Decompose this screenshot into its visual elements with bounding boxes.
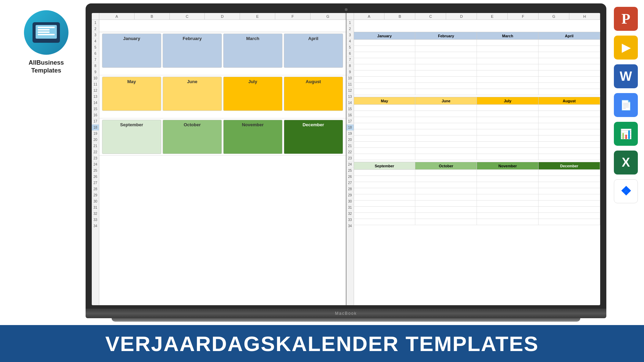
month-july: July xyxy=(223,77,282,111)
macbook-foot xyxy=(112,318,580,322)
right-q2-headers: May June July August xyxy=(354,97,601,105)
month-may: May xyxy=(102,77,161,111)
right-february-header: February xyxy=(415,32,477,40)
right-row-numbers: 1 2 3 4 5 6 7 8 9 10 11 12 13 xyxy=(346,20,354,305)
right-september-header: September xyxy=(354,162,416,170)
table-row xyxy=(354,207,601,213)
dropbox-icon[interactable]: ❖ xyxy=(614,179,638,203)
macbook-frame: A B C D E F G 1 2 3 4 5 xyxy=(86,3,606,322)
google-docs-icon[interactable]: 📄 xyxy=(614,93,638,117)
table-row xyxy=(354,176,601,182)
table-row xyxy=(354,111,601,117)
bottom-banner: VERJAARDAGSKALENDER TEMPLATES xyxy=(0,325,644,362)
table-row xyxy=(354,154,601,160)
month-august: August xyxy=(284,77,343,111)
left-sheet-body: 1 2 3 4 5 6 7 8 9 10 11 12 13 xyxy=(92,20,346,305)
table-row xyxy=(354,64,601,70)
month-march: March xyxy=(223,34,282,68)
right-may-header: May xyxy=(354,97,416,105)
right-october-header: October xyxy=(415,162,477,170)
google-slides-icon[interactable]: ▶ xyxy=(614,36,638,60)
right-january-header: January xyxy=(354,32,416,40)
table-row xyxy=(354,83,601,89)
sheet-right: A B C D E F G H 1 2 3 4 xyxy=(346,13,601,305)
sheet-left: A B C D E F G 1 2 3 4 5 xyxy=(92,13,346,305)
table-row xyxy=(354,194,601,201)
table-row xyxy=(354,148,601,154)
brand-name: AllBusiness Templates xyxy=(28,59,64,75)
month-april: April xyxy=(284,34,343,68)
table-row xyxy=(354,182,601,188)
banner-text: VERJAARDAGSKALENDER TEMPLATES xyxy=(105,332,539,356)
powerpoint-icon[interactable]: P xyxy=(614,7,638,31)
macbook-camera xyxy=(345,8,348,11)
month-december: December xyxy=(284,120,343,154)
logo-circle xyxy=(24,10,68,55)
month-september: September xyxy=(102,120,161,154)
right-december-header: December xyxy=(539,162,600,170)
left-grid: January February March April May June xyxy=(99,20,346,305)
title-area xyxy=(99,20,346,32)
right-title-area xyxy=(354,20,601,32)
right-q3-data xyxy=(354,170,601,305)
google-sheets-icon[interactable]: 📊 xyxy=(614,122,638,146)
table-row xyxy=(354,77,601,83)
microsoft-excel-icon[interactable]: X xyxy=(614,151,638,174)
right-august-header: August xyxy=(539,97,600,105)
logo-area: AllBusiness Templates xyxy=(10,10,82,75)
table-row xyxy=(354,46,601,52)
laptop-icon xyxy=(33,22,60,43)
right-june-header: June xyxy=(415,97,477,105)
months-q1: January February March April xyxy=(99,32,346,69)
right-q2-data xyxy=(354,105,601,160)
table-row xyxy=(354,105,601,111)
table-row xyxy=(354,89,601,95)
table-row xyxy=(354,40,601,46)
right-march-header: March xyxy=(477,32,539,40)
right-april-header: April xyxy=(539,32,600,40)
table-row xyxy=(354,70,601,77)
macbook-label: MacBook xyxy=(335,311,357,316)
table-row xyxy=(354,123,601,129)
month-november: November xyxy=(223,120,282,154)
macbook-base: MacBook xyxy=(86,309,606,318)
left-row-numbers: 1 2 3 4 5 6 7 8 9 10 11 12 13 xyxy=(92,20,99,305)
left-col-headers: A B C D E F G xyxy=(92,13,346,20)
months-q2: May June July August xyxy=(99,75,346,112)
table-row xyxy=(354,201,601,207)
table-row xyxy=(354,58,601,64)
table-row xyxy=(354,52,601,58)
right-data-grid: January February March April xyxy=(354,20,601,305)
right-q3-headers: September October November December xyxy=(354,162,601,170)
macbook-screen-outer: A B C D E F G 1 2 3 4 5 xyxy=(86,3,606,309)
month-february: February xyxy=(163,34,222,68)
table-row xyxy=(354,188,601,194)
table-row xyxy=(354,135,601,142)
table-row xyxy=(354,219,601,225)
month-june: June xyxy=(163,77,222,111)
right-sheet-body: 1 2 3 4 5 6 7 8 9 10 11 12 13 xyxy=(346,20,601,305)
table-row xyxy=(354,129,601,135)
table-row xyxy=(354,142,601,148)
right-july-header: July xyxy=(477,97,539,105)
right-col-headers: A B C D E F G H xyxy=(346,13,601,20)
table-row xyxy=(354,170,601,176)
right-november-header: November xyxy=(477,162,539,170)
month-january: January xyxy=(102,34,161,68)
right-q1-data xyxy=(354,40,601,95)
months-q3: September October November December xyxy=(99,118,346,155)
table-row xyxy=(354,117,601,123)
month-october: October xyxy=(163,120,222,154)
table-row xyxy=(354,213,601,219)
right-q1-headers: January February March April xyxy=(354,32,601,40)
spreadsheet: A B C D E F G 1 2 3 4 5 xyxy=(92,13,600,305)
app-icons-panel: P ▶ W 📄 📊 X ❖ xyxy=(614,7,638,203)
microsoft-word-icon[interactable]: W xyxy=(614,64,638,88)
macbook-screen-inner: A B C D E F G 1 2 3 4 5 xyxy=(92,13,600,305)
